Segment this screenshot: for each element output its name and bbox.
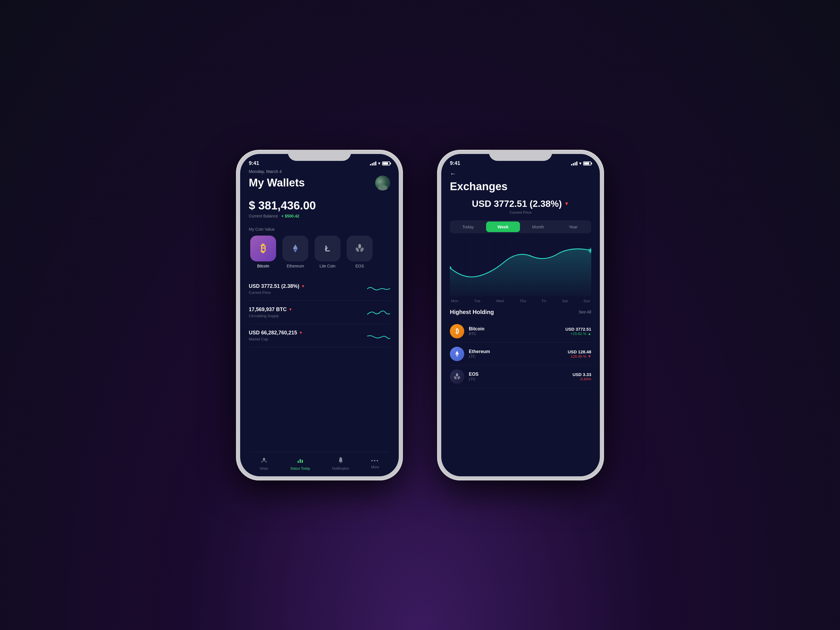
- exchange-chart: [450, 239, 591, 297]
- notch: [288, 150, 351, 161]
- coin-selector: ₿ Bitcoin Ethereum Ł: [249, 235, 390, 268]
- holding-btc-ticker: BTC: [469, 332, 561, 336]
- bottom-nav: Ishan Status Today: [249, 452, 390, 476]
- day-tue: Tue: [474, 299, 480, 303]
- avatar[interactable]: [375, 175, 390, 191]
- down-arrow-eth: ▼: [587, 354, 591, 358]
- phone1-frame: 9:41 ▾ Monday, March 4 My Wallets: [236, 150, 403, 480]
- balance-change: + $500.42: [281, 214, 299, 218]
- nav-more[interactable]: ••• More: [371, 458, 379, 469]
- holding-btc[interactable]: ₿ Bitcoin BTC USD 3772.51 +15.62 % ▲: [450, 320, 591, 343]
- ethereum-icon: [290, 243, 300, 254]
- stat-cap-label: Market Cap: [249, 337, 303, 341]
- page-title-1: My Wallets: [249, 175, 390, 191]
- ethereum-icon-wrap: [283, 235, 308, 261]
- svg-point-5: [263, 458, 265, 460]
- stat-cap-value: USD 66,282,760,215: [249, 330, 297, 336]
- wifi-icon-2: ▾: [579, 161, 581, 166]
- nav-status-label: Status Today: [290, 467, 310, 471]
- balance-section: $ 381,436.00 Current Balance + $500.42: [249, 199, 390, 218]
- eth-icon: [450, 347, 464, 361]
- day-thu: Thu: [520, 299, 526, 303]
- exchanges-title: Exchanges: [450, 180, 591, 193]
- holding-eth-change: 128.48 % ▼: [568, 354, 591, 358]
- day-sat: Sat: [562, 299, 568, 303]
- nav-ishan[interactable]: Ishan: [260, 457, 268, 471]
- holding-title: Highest Holding: [450, 309, 494, 316]
- signal-icon: [370, 161, 376, 166]
- tab-year[interactable]: Year: [556, 221, 590, 232]
- phone2-content: ← Exchanges USD 3772.51 (2.38%) ▼ Curren…: [441, 169, 600, 476]
- svg-marker-0: [293, 245, 298, 249]
- svg-line-10: [340, 457, 341, 458]
- coin-eos-label: EOS: [355, 264, 364, 268]
- holding-eos-name: EOS: [469, 372, 568, 377]
- svg-rect-8: [302, 460, 303, 463]
- tab-today[interactable]: Today: [451, 221, 485, 232]
- svg-marker-19: [455, 351, 459, 355]
- stat-supply-value: 17,569,937 BTC: [249, 306, 287, 313]
- stat-current-price: USD 3772.51 (2.38%) ▼ Current Price: [249, 278, 390, 301]
- down-arrow-supply: ▼: [289, 307, 292, 312]
- svg-point-9: [340, 462, 341, 463]
- svg-line-11: [341, 457, 341, 458]
- stat-supply-label: Circulating Supply: [249, 314, 292, 318]
- stat-price-label: Current Price: [249, 291, 305, 295]
- holding-btc-name: Bitcoin: [469, 326, 561, 332]
- holding-eth[interactable]: Ethereum LTC USD 128.48 128.48 % ▼: [450, 343, 591, 365]
- battery-icon-2: [583, 161, 591, 166]
- phone1-screen: 9:41 ▾ Monday, March 4 My Wallets: [240, 154, 399, 476]
- day-mon: Mon: [451, 299, 458, 303]
- coin-bitcoin[interactable]: ₿ Bitcoin: [249, 235, 278, 268]
- up-arrow-btc: ▲: [587, 332, 591, 336]
- more-icon: •••: [371, 458, 379, 464]
- signal-icon-2: [571, 161, 578, 166]
- down-arrow-price: ▼: [301, 284, 305, 289]
- btc-icon: ₿: [450, 324, 464, 338]
- status-icons-1: ▾: [370, 161, 390, 166]
- price-display: USD 3772.51 (2.38%) ▼ Current Price: [450, 199, 591, 215]
- coin-eos[interactable]: EOS: [345, 235, 374, 268]
- eos-icon: [355, 243, 365, 254]
- tab-week[interactable]: Week: [486, 221, 520, 232]
- nav-ishan-label: Ishan: [260, 467, 268, 471]
- back-button[interactable]: ←: [450, 170, 591, 178]
- eos-icon-wrap: [347, 235, 373, 261]
- day-fri: Fri: [542, 299, 546, 303]
- mini-chart-price: [367, 283, 390, 295]
- user-icon: [261, 457, 267, 466]
- phone1-content: Monday, March 4 My Wallets $ 381,436.00 …: [240, 169, 399, 476]
- nav-more-label: More: [371, 465, 379, 469]
- balance-label: Current Balance: [249, 214, 278, 218]
- bell-icon: [337, 457, 344, 466]
- holding-header: Highest Holding See All: [450, 309, 591, 316]
- coin-ethereum-label: Ethereum: [287, 264, 304, 268]
- wifi-icon: ▾: [378, 161, 381, 166]
- see-all-button[interactable]: See All: [579, 310, 591, 314]
- holding-eth-name: Ethereum: [469, 349, 563, 354]
- notch-2: [489, 150, 552, 161]
- day-labels: Mon Tue Wed Thu Fri Sat Sun: [450, 299, 591, 303]
- phone2-screen: 9:41 ▾ ← Exchanges USD 3772.51: [441, 154, 600, 476]
- holding-eos-change: -5.84%: [573, 377, 591, 381]
- coin-litecoin[interactable]: Ł Lite Coin: [313, 235, 342, 268]
- time-tabs: Today Week Month Year: [450, 220, 591, 233]
- nav-notification[interactable]: Notification: [332, 457, 349, 471]
- stat-price-value: USD 3772.51 (2.38%): [249, 283, 299, 289]
- bitcoin-icon-wrap: ₿: [250, 235, 276, 261]
- mini-chart-supply: [367, 306, 390, 318]
- litecoin-icon: Ł: [325, 244, 330, 253]
- stat-marketcap: USD 66,282,760,215 ▼ Market Cap: [249, 324, 390, 347]
- holding-btc-change: +15.62 % ▲: [565, 332, 591, 336]
- nav-notification-label: Notification: [332, 467, 349, 471]
- svg-point-21: [456, 373, 458, 377]
- holding-btc-value: USD 3772.51: [565, 327, 591, 332]
- nav-status[interactable]: Status Today: [290, 457, 310, 471]
- svg-point-2: [358, 244, 361, 248]
- coin-ethereum[interactable]: Ethereum: [281, 235, 310, 268]
- holding-eos[interactable]: EOS LTC USD 3.33 -5.84%: [450, 365, 591, 388]
- bitcoin-icon: ₿: [261, 242, 266, 254]
- tab-month[interactable]: Month: [521, 221, 555, 232]
- time-2: 9:41: [450, 160, 460, 166]
- litecoin-icon-wrap: Ł: [314, 235, 340, 261]
